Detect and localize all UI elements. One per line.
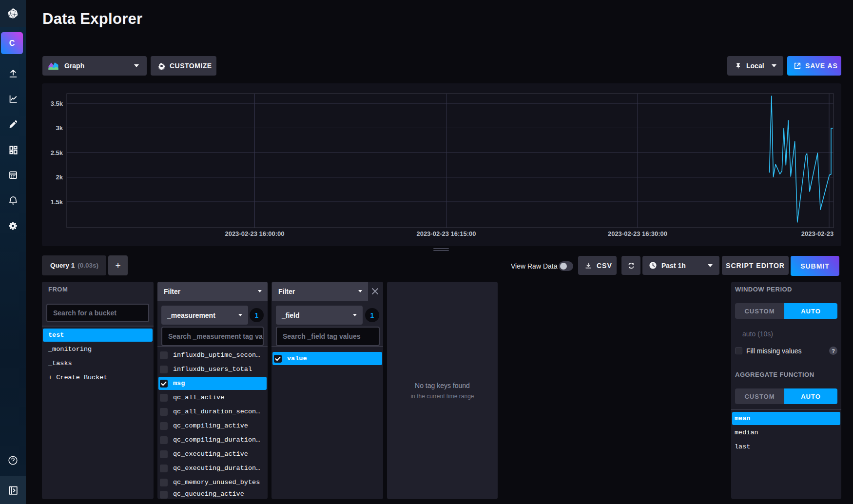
svg-text:2.5k: 2.5k — [51, 149, 63, 156]
svg-text:2023-02-23 16:30:00: 2023-02-23 16:30:00 — [608, 230, 667, 237]
svg-text:2k: 2k — [56, 174, 63, 181]
svg-text:2023-02-23 16:00:00: 2023-02-23 16:00:00 — [225, 230, 284, 237]
svg-text:2023-02-23: 2023-02-23 — [801, 230, 834, 237]
svg-text:2023-02-23 16:15:00: 2023-02-23 16:15:00 — [416, 230, 476, 237]
svg-text:1.5k: 1.5k — [51, 198, 63, 206]
svg-text:3.5k: 3.5k — [51, 100, 63, 107]
svg-text:3k: 3k — [56, 124, 63, 132]
